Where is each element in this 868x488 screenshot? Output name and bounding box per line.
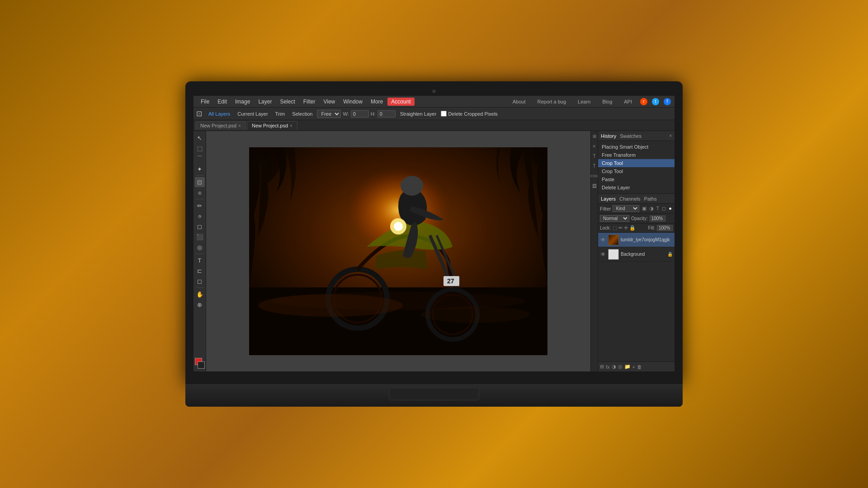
tab-1-close[interactable]: × bbox=[238, 123, 241, 128]
add-mask-btn[interactable]: ◑ bbox=[612, 364, 616, 370]
shape-tool-btn[interactable]: ◻ bbox=[195, 276, 205, 286]
lasso-tool-btn[interactable]: ⌒ bbox=[195, 154, 205, 164]
lock-all-btn[interactable]: 🔒 bbox=[629, 225, 636, 231]
side-icons-panel: ⊞ ≡ T T CSS 🖼 bbox=[590, 131, 598, 371]
menu-report[interactable]: Report a bug bbox=[533, 98, 570, 105]
crop-tool-btn[interactable]: ⊡ bbox=[195, 177, 205, 187]
pen-tool-btn[interactable]: ⊏ bbox=[195, 266, 205, 276]
toolbar-current-layer[interactable]: Current Layer bbox=[235, 110, 270, 117]
tab-2-close[interactable]: × bbox=[290, 123, 292, 128]
filter-icons: ▣ ◑ T ◻ ● bbox=[641, 206, 673, 211]
filter-toggle-btn[interactable]: ● bbox=[668, 206, 673, 211]
tab-layers[interactable]: Layers bbox=[601, 196, 616, 202]
menu-api[interactable]: API bbox=[620, 98, 636, 105]
delete-cropped-label[interactable]: Delete Cropped Pixels bbox=[441, 111, 497, 117]
opacity-input[interactable] bbox=[650, 216, 665, 221]
straighten-layer-btn[interactable]: Straighten Layer bbox=[397, 110, 439, 117]
clone-stamp-btn[interactable]: ⎑ bbox=[195, 211, 205, 221]
laptop-frame: File Edit Image Layer Select Filter View… bbox=[185, 81, 683, 407]
history-panel-close[interactable]: × bbox=[669, 133, 672, 138]
canvas-area[interactable]: 27 bbox=[206, 131, 590, 371]
tab-channels[interactable]: Channels bbox=[619, 196, 640, 202]
add-link-btn[interactable]: ⊞ bbox=[600, 364, 604, 370]
image-panel-toggle[interactable]: 🖼 bbox=[591, 183, 598, 189]
layer-item-0[interactable]: 👁 tumblr_lye7onjogM1qgjk bbox=[598, 233, 675, 247]
menu-more[interactable]: More bbox=[367, 98, 387, 106]
filter-pixel-btn[interactable]: ▣ bbox=[641, 206, 647, 211]
filter-type-btn[interactable]: T bbox=[656, 206, 660, 211]
history-item-crop-1[interactable]: Crop Tool bbox=[598, 159, 675, 167]
toolbar-trim[interactable]: Trim bbox=[273, 110, 288, 117]
toolbar-selection[interactable]: Selection bbox=[289, 110, 315, 117]
rectangular-marquee-btn[interactable]: ⬚ bbox=[195, 143, 205, 153]
tab-swatches[interactable]: Swatches bbox=[620, 133, 642, 139]
history-swatches-panel: History Swatches × Placing Smart Object … bbox=[598, 131, 675, 194]
reddit-icon[interactable]: r bbox=[640, 98, 647, 105]
history-item-paste[interactable]: Paste bbox=[598, 175, 675, 183]
menu-layer[interactable]: Layer bbox=[255, 98, 275, 106]
eyedropper-btn[interactable]: ⍟ bbox=[195, 188, 205, 197]
history-item-delete-layer[interactable]: Delete Layer bbox=[598, 183, 675, 192]
fill-input[interactable] bbox=[657, 225, 673, 231]
twitter-icon[interactable]: t bbox=[652, 98, 659, 105]
w-input[interactable] bbox=[351, 110, 369, 117]
filter-shape-btn[interactable]: ◻ bbox=[661, 206, 667, 211]
lock-image-btn[interactable]: ✏ bbox=[618, 225, 623, 231]
adjustments-panel-toggle[interactable]: T bbox=[591, 153, 598, 159]
menu-blog[interactable]: Blog bbox=[599, 98, 616, 105]
menu-image[interactable]: Image bbox=[231, 98, 254, 106]
crop-mode-select[interactable]: Free bbox=[317, 110, 341, 118]
layer-1-visibility[interactable]: 👁 bbox=[600, 251, 606, 258]
background-color[interactable] bbox=[198, 361, 205, 369]
css-panel-toggle[interactable]: CSS bbox=[591, 173, 598, 179]
menu-edit[interactable]: Edit bbox=[214, 98, 231, 106]
add-group-btn[interactable]: 📁 bbox=[624, 364, 631, 370]
menu-file[interactable]: File bbox=[197, 98, 213, 106]
menu-select[interactable]: Select bbox=[276, 98, 298, 106]
history-item-crop-2[interactable]: Crop Tool bbox=[598, 167, 675, 175]
layer-item-1[interactable]: 👁 Background 🔒 bbox=[598, 247, 675, 262]
laptop-screen: File Edit Image Layer Select Filter View… bbox=[193, 96, 675, 371]
tab-1[interactable]: New Project.psd × bbox=[195, 121, 246, 130]
delete-cropped-checkbox[interactable] bbox=[441, 111, 447, 117]
lock-transparent-btn[interactable]: ⬚ bbox=[613, 225, 617, 231]
facebook-icon[interactable]: f bbox=[664, 98, 671, 105]
eraser-btn[interactable]: ◻ bbox=[195, 221, 205, 231]
type-panel-toggle[interactable]: T bbox=[591, 163, 598, 169]
menu-filter[interactable]: Filter bbox=[300, 98, 319, 106]
history-panel-toggle[interactable]: ⊞ bbox=[591, 133, 598, 139]
menu-view[interactable]: View bbox=[320, 98, 339, 106]
hand-tool-btn[interactable]: ✋ bbox=[195, 289, 205, 299]
tab-history[interactable]: History bbox=[601, 133, 616, 139]
history-item-placing[interactable]: Placing Smart Object bbox=[598, 143, 675, 151]
opacity-label: Opacity: bbox=[631, 216, 648, 221]
menu-learn[interactable]: Learn bbox=[574, 98, 594, 105]
tab-2[interactable]: New Project.psd × bbox=[247, 121, 297, 130]
magic-wand-btn[interactable]: ✦ bbox=[195, 164, 205, 174]
laptop-touchpad[interactable] bbox=[389, 388, 479, 400]
gradient-btn[interactable]: ⬛ bbox=[195, 232, 205, 242]
toolbar-all-layers[interactable]: All Layers bbox=[206, 110, 233, 117]
menu-about[interactable]: About bbox=[509, 98, 529, 105]
blur-btn[interactable]: ◎ bbox=[195, 242, 205, 252]
h-input[interactable] bbox=[377, 110, 396, 117]
add-layer-btn[interactable]: + bbox=[632, 364, 635, 370]
zoom-btn[interactable]: ⊕ bbox=[195, 300, 205, 310]
filter-kind-select[interactable]: Kind bbox=[613, 205, 639, 212]
brush-tool-btn[interactable]: ✏ bbox=[195, 201, 205, 211]
menu-account[interactable]: Account bbox=[387, 98, 414, 106]
history-item-free-transform[interactable]: Free Transform bbox=[598, 151, 675, 159]
delete-layer-btn[interactable]: 🗑 bbox=[637, 364, 642, 370]
layer-0-visibility[interactable]: 👁 bbox=[600, 237, 606, 243]
lock-position-btn[interactable]: ✛ bbox=[624, 225, 628, 231]
add-adjustment-btn[interactable]: ◎ bbox=[618, 364, 623, 370]
add-fx-btn[interactable]: fx bbox=[606, 364, 610, 370]
filter-adjustment-btn[interactable]: ◑ bbox=[648, 206, 655, 211]
tab-paths[interactable]: Paths bbox=[644, 196, 657, 202]
blend-mode-select[interactable]: Normal bbox=[600, 215, 629, 222]
type-tool-btn[interactable]: T bbox=[195, 255, 205, 265]
layers-panel-toggle[interactable]: ≡ bbox=[591, 143, 598, 149]
menu-window[interactable]: Window bbox=[340, 98, 366, 106]
layers-filter-bar: Filter Kind ▣ ◑ T ◻ ● bbox=[598, 204, 675, 214]
move-tool-btn[interactable]: ↖ bbox=[195, 133, 205, 143]
